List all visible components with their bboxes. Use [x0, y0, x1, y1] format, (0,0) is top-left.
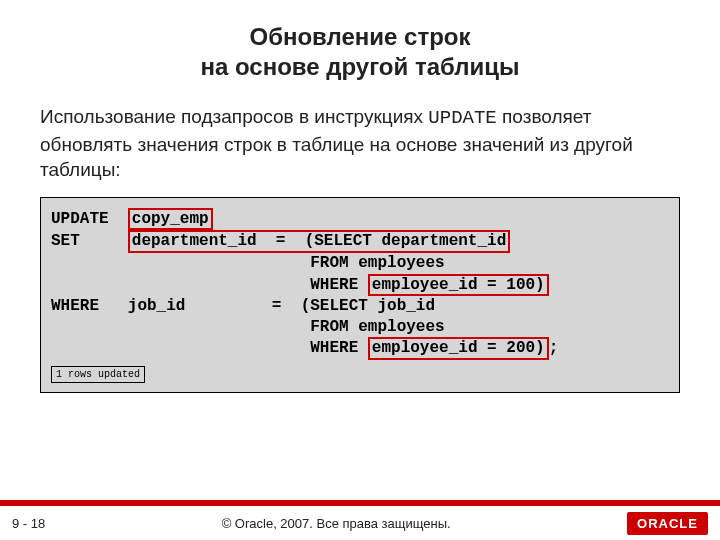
code-highlight-where1: employee_id = 100)	[368, 274, 549, 296]
code-box: UPDATE copy_emp SET department_id = (SEL…	[40, 197, 680, 393]
code-l5: WHERE job_id = (SELECT job_id	[51, 297, 435, 315]
code-highlight-where2: employee_id = 200)	[368, 337, 549, 359]
code-highlight-set: department_id = (SELECT department_id	[128, 230, 510, 252]
oracle-logo: ORACLE	[627, 512, 708, 535]
desc-part1: Использование подзапросов в инструкциях	[40, 106, 428, 127]
footer-row: 9 - 18 © Oracle, 2007. Все права защищен…	[0, 506, 720, 540]
code-l1a: UPDATE	[51, 210, 128, 228]
slide-title: Обновление строк на основе другой таблиц…	[0, 0, 720, 82]
desc-mono: UPDATE	[428, 107, 496, 129]
result-box: 1 rows updated	[51, 366, 145, 383]
slide: Обновление строк на основе другой таблиц…	[0, 0, 720, 540]
page-number: 9 - 18	[12, 516, 45, 531]
code-highlight-table: copy_emp	[128, 208, 213, 230]
code-l7c: ;	[549, 339, 559, 357]
description: Использование подзапросов в инструкциях …	[40, 104, 680, 183]
title-line-1: Обновление строк	[249, 23, 470, 50]
code-l2a: SET	[51, 232, 128, 250]
code-l7a: WHERE	[51, 339, 368, 357]
footer: 9 - 18 © Oracle, 2007. Все права защищен…	[0, 500, 720, 540]
code-l4a: WHERE	[51, 276, 368, 294]
copyright: © Oracle, 2007. Все права защищены.	[222, 516, 451, 531]
code-l3: FROM employees	[51, 254, 445, 272]
code-l6: FROM employees	[51, 318, 445, 336]
title-line-2: на основе другой таблицы	[200, 53, 519, 80]
